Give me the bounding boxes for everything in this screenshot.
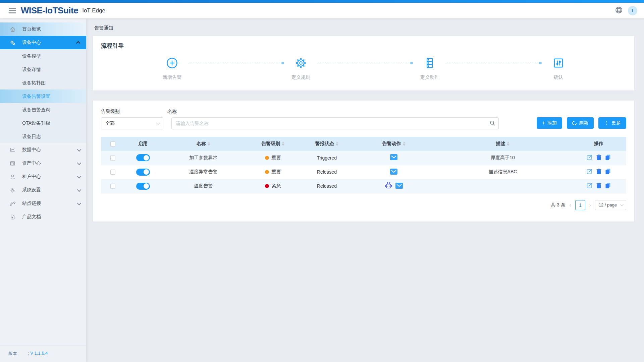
sidebar-subitem-device-topology[interactable]: 设备拓扑图 — [0, 76, 86, 89]
row-checkbox[interactable] — [110, 184, 115, 189]
sidebar-item-label: 产品文档 — [22, 214, 41, 220]
step-label: 确认 — [554, 74, 563, 80]
hamburger-menu-icon[interactable] — [9, 8, 16, 13]
step-confirm[interactable]: 确认 — [541, 56, 576, 80]
mail-icon — [390, 154, 397, 161]
chevron-down-icon — [156, 121, 160, 125]
sidebar-subitem-device-alarm-settings[interactable]: 设备告警设置 — [0, 89, 86, 103]
user-avatar[interactable]: I — [628, 6, 637, 15]
sliders-icon — [552, 56, 565, 70]
enable-toggle[interactable] — [136, 154, 150, 161]
chevron-up-icon — [76, 41, 80, 45]
enable-toggle[interactable] — [136, 183, 150, 190]
sidebar-item-device-center[interactable]: 设备中心 — [0, 36, 86, 49]
copy-icon[interactable] — [605, 169, 610, 175]
row-checkbox[interactable] — [110, 170, 115, 175]
sidebar-item-system-settings[interactable]: 系统设置 — [0, 183, 86, 197]
step-label: 定义动作 — [420, 74, 439, 80]
step-define-action[interactable]: 定义动作 — [412, 56, 447, 80]
sort-icon[interactable] — [403, 142, 406, 146]
col-status[interactable]: 警报状态 — [301, 137, 353, 151]
alarm-name: 温度告警 — [161, 179, 246, 193]
page-number-button[interactable]: 1 — [575, 200, 585, 210]
chart-icon — [9, 147, 15, 153]
name-label: 名称 — [167, 109, 499, 115]
next-page-icon[interactable]: › — [589, 202, 592, 208]
alarm-table-card: 告警级别 全部 名称 — [93, 101, 634, 222]
robot-icon — [385, 182, 392, 190]
process-guide-card: 流程引导 新增告警 定义规则 — [93, 36, 634, 90]
col-description[interactable]: 描述 — [434, 137, 571, 151]
link-icon — [9, 200, 15, 206]
alarm-description: 描述信息ABC — [434, 165, 571, 179]
col-name[interactable]: 名称 — [161, 137, 246, 151]
chevron-down-icon — [77, 174, 82, 178]
top-accent-strip — [0, 0, 644, 3]
alarm-level-select[interactable]: 全部 — [101, 117, 163, 129]
gear-icon — [294, 56, 307, 70]
col-action[interactable]: 告警动作 — [353, 137, 435, 151]
select-all-checkbox[interactable] — [110, 141, 115, 146]
edit-icon[interactable] — [587, 155, 592, 161]
chevron-down-icon — [77, 187, 82, 192]
sidebar-subitem-ota-upgrade[interactable]: OTA设备升级 — [0, 116, 86, 130]
delete-icon[interactable] — [596, 169, 601, 175]
table-row: 温度告警 紧急 Released — [101, 179, 626, 193]
grid-icon — [9, 160, 15, 166]
sidebar-item-site-links[interactable]: 站点链接 — [0, 197, 86, 210]
mail-icon — [390, 169, 397, 176]
alarm-level-label: 告警级别 — [101, 109, 163, 115]
add-button[interactable]: + 添加 — [537, 117, 562, 129]
globe-icon[interactable] — [615, 6, 623, 15]
sort-icon[interactable] — [336, 142, 338, 146]
step-connector — [318, 63, 412, 63]
edit-icon[interactable] — [587, 183, 592, 189]
sort-icon[interactable] — [282, 142, 284, 146]
table-row: 加工参数异常 重要 Triggered 厚度高于10 — [101, 151, 626, 165]
search-icon[interactable] — [490, 120, 495, 127]
sidebar-subitem-device-alarm-query[interactable]: 设备告警查询 — [0, 103, 86, 116]
copy-icon[interactable] — [605, 155, 610, 161]
more-dots-icon: ⋮ — [604, 120, 609, 126]
alarm-description — [434, 179, 571, 193]
col-enable: 启用 — [124, 137, 161, 151]
server-icon — [423, 56, 436, 70]
table-row: 湿度异常告警 重要 Released 描述信息ABC — [101, 165, 626, 179]
plus-circle-icon — [166, 56, 178, 70]
more-button[interactable]: ⋮ 更多 — [598, 117, 626, 129]
delete-icon[interactable] — [596, 155, 601, 161]
col-level[interactable]: 告警级别 — [246, 137, 301, 151]
enable-toggle[interactable] — [136, 169, 150, 176]
step-define-rule[interactable]: 定义规则 — [283, 56, 318, 80]
chevron-down-icon — [77, 147, 82, 152]
sidebar-item-home-overview[interactable]: 首页概览 — [0, 22, 86, 36]
sort-icon[interactable] — [208, 142, 210, 146]
chevron-down-icon — [77, 161, 82, 165]
level-dot — [265, 156, 269, 160]
step-add-alarm[interactable]: 新增告警 — [155, 56, 190, 80]
sidebar-subitem-device-detail[interactable]: 设备详情 — [0, 63, 86, 76]
sidebar-item-product-docs[interactable]: 产品文档 — [0, 210, 86, 224]
sidebar-item-tenant-center[interactable]: 租户中心 — [0, 170, 86, 183]
alarm-status: Triggered — [301, 151, 353, 165]
sidebar-subitem-device-model[interactable]: 设备模型 — [0, 49, 86, 63]
sort-icon[interactable] — [507, 142, 509, 146]
sidebar-item-data-center[interactable]: 数据中心 — [0, 143, 86, 157]
row-checkbox[interactable] — [110, 156, 115, 161]
table-header-row: 启用 名称 告警级别 警报状态 告警动作 描述 操作 — [101, 137, 626, 151]
alarm-table: 启用 名称 告警级别 警报状态 告警动作 描述 操作 加工参数异常 — [101, 137, 626, 193]
version-value: : V 1.1.6.4 — [28, 351, 48, 357]
sidebar-item-label: 数据中心 — [22, 147, 41, 153]
sidebar-subitem-device-log[interactable]: 设备日志 — [0, 130, 86, 143]
page-size-value: 12 / page — [599, 202, 617, 207]
sidebar-item-label: 站点链接 — [22, 200, 41, 206]
page-size-select[interactable]: 12 / page — [595, 200, 626, 210]
product-name: IoT Edge — [82, 7, 105, 14]
alarm-name-input[interactable] — [171, 117, 499, 129]
edit-icon[interactable] — [587, 169, 592, 175]
copy-icon[interactable] — [605, 183, 610, 189]
delete-icon[interactable] — [596, 183, 601, 189]
prev-page-icon[interactable]: ‹ — [569, 202, 572, 208]
sidebar-item-asset-center[interactable]: 资产中心 — [0, 157, 86, 170]
refresh-button[interactable]: 刷新 — [567, 117, 594, 129]
